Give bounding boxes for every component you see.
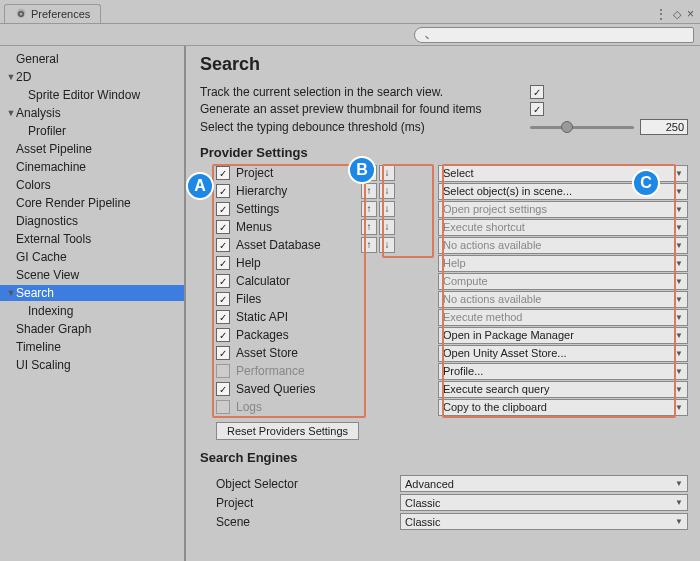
provider-name: Project (236, 166, 273, 180)
move-down-button[interactable]: ↓ (379, 183, 395, 199)
provider-reorder: ↑↓ (358, 201, 398, 217)
expand-arrow-icon[interactable] (6, 288, 16, 298)
sidebar-item-core-render-pipeline[interactable]: Core Render Pipeline (0, 195, 184, 211)
provider-checkbox[interactable]: ✓ (216, 166, 230, 180)
engine-dropdown[interactable]: Advanced▼ (400, 475, 688, 492)
provider-row: ✓Hierarchy↑↓Select object(s) in scene...… (200, 182, 688, 200)
engine-label: Scene (200, 515, 400, 529)
provider-action-dropdown[interactable]: No actions available▼ (438, 237, 688, 254)
provider-action-dropdown[interactable]: Open Unity Asset Store...▼ (438, 345, 688, 362)
sidebar-item-2d[interactable]: 2D (0, 69, 184, 85)
toolbar-search-input[interactable] (414, 27, 694, 43)
provider-action-dropdown[interactable]: Execute shortcut▼ (438, 219, 688, 236)
chevron-down-icon: ▼ (675, 479, 683, 488)
engine-dropdown[interactable]: Classic▼ (400, 494, 688, 511)
debounce-value[interactable]: 250 (640, 119, 688, 135)
engine-row: ProjectClassic▼ (200, 494, 688, 511)
provider-action-dropdown[interactable]: Execute method▼ (438, 309, 688, 326)
providers-zone: A B C ✓Project↑↓Select▼✓Hierarchy↑↓Selec… (200, 164, 688, 416)
debounce-slider-wrap: 250 (530, 119, 688, 135)
provider-checkbox[interactable]: ✓ (216, 256, 230, 270)
expand-arrow-icon[interactable] (6, 72, 16, 82)
option-track-checkbox[interactable]: ✓ (530, 85, 544, 99)
provider-action-dropdown[interactable]: Execute search query▼ (438, 381, 688, 398)
move-down-button[interactable]: ↓ (379, 219, 395, 235)
sidebar-item-sprite-editor-window[interactable]: Sprite Editor Window (0, 87, 184, 103)
provider-checkbox[interactable]: ✓ (216, 220, 230, 234)
provider-action-dropdown[interactable]: No actions available▼ (438, 291, 688, 308)
sidebar-item-analysis[interactable]: Analysis (0, 105, 184, 121)
sidebar-item-gi-cache[interactable]: GI Cache (0, 249, 184, 265)
provider-checkbox[interactable]: ✓ (216, 328, 230, 342)
close-icon[interactable]: × (687, 7, 694, 21)
option-thumb-checkbox[interactable]: ✓ (530, 102, 544, 116)
move-down-button[interactable]: ↓ (379, 165, 395, 181)
main-panel: Search Track the current selection in th… (186, 46, 700, 561)
provider-action-dropdown[interactable]: Compute▼ (438, 273, 688, 290)
popout-icon[interactable]: ◇ (673, 8, 681, 21)
sidebar-item-label: Search (16, 286, 54, 300)
chevron-down-icon: ▼ (675, 277, 683, 286)
move-up-button[interactable]: ↑ (361, 219, 377, 235)
sidebar-item-profiler[interactable]: Profiler (0, 123, 184, 139)
chevron-down-icon: ▼ (675, 205, 683, 214)
provider-row: ✓Project↑↓Select▼ (200, 164, 688, 182)
provider-action-dropdown[interactable]: Copy to the clipboard▼ (438, 399, 688, 416)
sidebar-item-asset-pipeline[interactable]: Asset Pipeline (0, 141, 184, 157)
provider-action-dropdown[interactable]: Help▼ (438, 255, 688, 272)
chevron-down-icon: ▼ (675, 295, 683, 304)
provider-checkbox[interactable]: ✓ (216, 238, 230, 252)
search-engines-title: Search Engines (200, 450, 688, 465)
provider-row: ✓Menus↑↓Execute shortcut▼ (200, 218, 688, 236)
provider-checkbox[interactable]: ✓ (216, 382, 230, 396)
provider-name: Hierarchy (236, 184, 287, 198)
provider-action-dropdown[interactable]: Profile...▼ (438, 363, 688, 380)
expand-arrow-icon[interactable] (6, 108, 16, 118)
debounce-slider[interactable] (530, 126, 634, 129)
engine-dropdown[interactable]: Classic▼ (400, 513, 688, 530)
move-down-button[interactable]: ↓ (379, 201, 395, 217)
preferences-tree: General2DSprite Editor WindowAnalysisPro… (0, 50, 184, 374)
dropdown-value: No actions available (443, 293, 541, 305)
provider-row: LogsCopy to the clipboard▼ (200, 398, 688, 416)
provider-checkbox[interactable]: ✓ (216, 202, 230, 216)
window-tab[interactable]: Preferences (4, 4, 101, 23)
dropdown-value: Advanced (405, 478, 454, 490)
slider-thumb[interactable] (561, 121, 573, 133)
provider-checkbox[interactable]: ✓ (216, 274, 230, 288)
sidebar-item-cinemachine[interactable]: Cinemachine (0, 159, 184, 175)
provider-checkbox[interactable]: ✓ (216, 310, 230, 324)
chevron-down-icon: ▼ (675, 517, 683, 526)
chevron-down-icon: ▼ (675, 313, 683, 322)
chevron-down-icon: ▼ (675, 223, 683, 232)
dropdown-value: Profile... (443, 365, 483, 377)
sidebar-item-timeline[interactable]: Timeline (0, 339, 184, 355)
sidebar-item-shader-graph[interactable]: Shader Graph (0, 321, 184, 337)
sidebar-item-colors[interactable]: Colors (0, 177, 184, 193)
sidebar-item-search[interactable]: Search (0, 285, 184, 301)
option-track: Track the current selection in the searc… (200, 85, 688, 99)
move-up-button[interactable]: ↑ (361, 183, 377, 199)
move-down-button[interactable]: ↓ (379, 237, 395, 253)
provider-action-dropdown[interactable]: Open project settings▼ (438, 201, 688, 218)
provider-checkbox[interactable] (216, 400, 230, 414)
badge-a: A (186, 172, 214, 200)
sidebar-item-diagnostics[interactable]: Diagnostics (0, 213, 184, 229)
provider-checkbox[interactable]: ✓ (216, 184, 230, 198)
reset-providers-button[interactable]: Reset Providers Settings (216, 422, 359, 440)
sidebar-item-scene-view[interactable]: Scene View (0, 267, 184, 283)
sidebar-item-general[interactable]: General (0, 51, 184, 67)
sidebar-item-indexing[interactable]: Indexing (0, 303, 184, 319)
move-up-button[interactable]: ↑ (361, 237, 377, 253)
provider-action-dropdown[interactable]: Open in Package Manager▼ (438, 327, 688, 344)
provider-checkbox[interactable] (216, 364, 230, 378)
provider-row: ✓Asset Database↑↓No actions available▼ (200, 236, 688, 254)
sidebar-item-external-tools[interactable]: External Tools (0, 231, 184, 247)
kebab-icon[interactable]: ⋮ (655, 7, 667, 21)
move-up-button[interactable]: ↑ (361, 201, 377, 217)
sidebar-item-ui-scaling[interactable]: UI Scaling (0, 357, 184, 373)
chevron-down-icon: ▼ (675, 169, 683, 178)
provider-checkbox[interactable]: ✓ (216, 292, 230, 306)
sidebar-item-label: UI Scaling (16, 358, 71, 372)
provider-checkbox[interactable]: ✓ (216, 346, 230, 360)
